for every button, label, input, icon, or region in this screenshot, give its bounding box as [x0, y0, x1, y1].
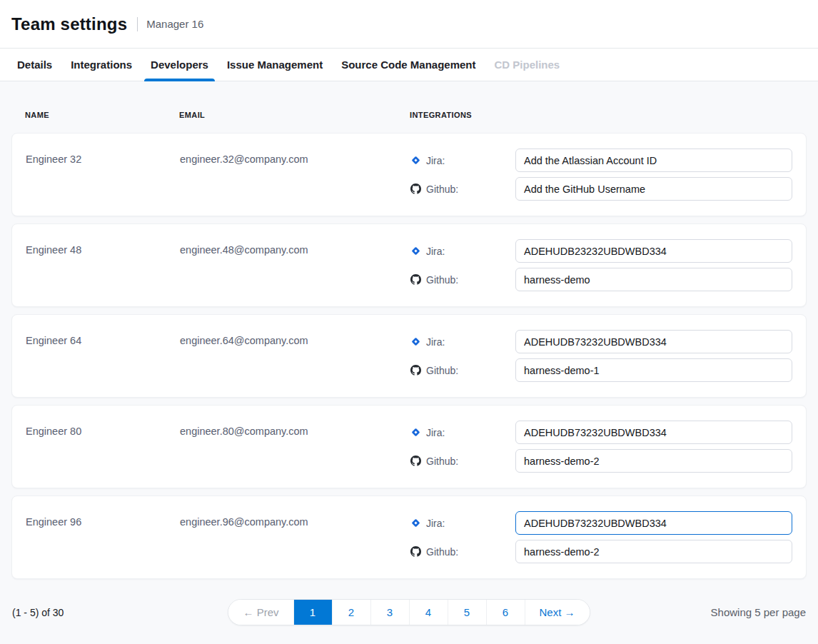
jira-icon	[410, 336, 421, 347]
jira-line: Jira:	[410, 149, 792, 172]
jira-input[interactable]	[515, 330, 792, 353]
github-input[interactable]	[515, 358, 792, 382]
integrations-cell: Jira: Github:	[410, 511, 792, 563]
github-label: Github:	[426, 546, 458, 558]
developer-name: Engineer 48	[26, 239, 180, 291]
column-header-name: NAME	[25, 111, 179, 119]
developer-email: engineer.80@company.com	[180, 421, 410, 473]
table-row: Engineer 32 engineer.32@company.com Jira…	[11, 133, 807, 216]
page-button-5[interactable]: 5	[448, 600, 486, 625]
integrations-cell: Jira: Github:	[410, 239, 792, 291]
page-button-4[interactable]: 4	[409, 600, 448, 625]
github-label: Github:	[426, 274, 458, 286]
next-page-button[interactable]: Next →	[525, 600, 590, 625]
title-divider	[137, 17, 138, 31]
prev-page-button[interactable]: ← Prev	[228, 600, 293, 625]
github-icon	[410, 183, 421, 194]
jira-icon	[410, 427, 421, 438]
tab-bar: Details Integrations Developers Issue Ma…	[0, 48, 818, 81]
page-button-6[interactable]: 6	[486, 600, 525, 625]
jira-line: Jira:	[410, 421, 792, 444]
jira-line: Jira:	[410, 330, 792, 353]
page-title: Team settings	[11, 14, 127, 34]
page-button-1[interactable]: 1	[293, 600, 332, 625]
page-subtitle: Manager 16	[146, 18, 203, 30]
github-line: Github:	[410, 268, 792, 291]
github-line: Github:	[410, 449, 792, 473]
jira-line: Jira:	[410, 239, 792, 263]
developer-email: engineer.48@company.com	[180, 239, 410, 291]
jira-label-wrap: Jira:	[410, 427, 515, 438]
github-label-wrap: Github:	[410, 183, 515, 195]
github-icon	[410, 365, 421, 376]
table-row: Engineer 96 engineer.96@company.com Jira…	[11, 495, 807, 579]
table-row: Engineer 80 engineer.80@company.com Jira…	[11, 405, 807, 488]
jira-icon	[410, 246, 421, 256]
table-header-row: NAME EMAIL INTEGRATIONS	[11, 81, 807, 133]
jira-input-focused[interactable]	[515, 511, 792, 535]
jira-line: Jira:	[410, 511, 792, 535]
github-label: Github:	[426, 183, 458, 195]
page-button-3[interactable]: 3	[370, 600, 409, 625]
tab-cd-pipelines: CD Pipelines	[495, 49, 560, 81]
tab-issue-management[interactable]: Issue Management	[227, 49, 323, 81]
github-label-wrap: Github:	[410, 456, 515, 467]
github-label-wrap: Github:	[410, 546, 515, 558]
github-label: Github:	[426, 456, 458, 467]
github-icon	[410, 456, 421, 466]
developers-table: NAME EMAIL INTEGRATIONS Engineer 32 engi…	[0, 81, 818, 644]
jira-icon	[410, 518, 421, 528]
jira-icon	[410, 155, 421, 166]
github-input[interactable]	[515, 449, 792, 473]
jira-input[interactable]	[515, 149, 792, 172]
integrations-cell: Jira: Github:	[410, 149, 792, 201]
github-line: Github:	[410, 177, 792, 201]
jira-input[interactable]	[515, 239, 792, 263]
jira-label-wrap: Jira:	[410, 518, 515, 529]
pagination-bar: (1 - 5) of 30 ← Prev 1 2 3 4 5 6 Next → …	[11, 599, 807, 625]
github-label-wrap: Github:	[410, 274, 515, 286]
pagination-range: (1 - 5) of 30	[12, 607, 228, 618]
developer-name: Engineer 80	[26, 421, 180, 473]
tab-source-code-management[interactable]: Source Code Management	[341, 49, 475, 81]
integrations-cell: Jira: Github:	[410, 330, 792, 382]
jira-label-wrap: Jira:	[410, 155, 515, 166]
tab-integrations[interactable]: Integrations	[71, 49, 132, 81]
developer-email: engineer.32@company.com	[180, 149, 410, 201]
tab-details[interactable]: Details	[17, 49, 52, 81]
github-label-wrap: Github:	[410, 365, 515, 376]
tab-developers[interactable]: Developers	[151, 49, 208, 81]
github-line: Github:	[410, 358, 792, 382]
jira-label-wrap: Jira:	[410, 336, 515, 348]
developer-name: Engineer 96	[26, 511, 180, 563]
jira-label: Jira:	[426, 427, 445, 438]
developer-name: Engineer 32	[26, 149, 180, 201]
jira-input[interactable]	[515, 421, 792, 444]
column-header-integrations: INTEGRATIONS	[410, 111, 793, 119]
jira-label-wrap: Jira:	[410, 246, 515, 257]
page-button-2[interactable]: 2	[332, 600, 370, 625]
developer-email: engineer.96@company.com	[180, 511, 410, 563]
github-input[interactable]	[515, 540, 792, 563]
jira-label: Jira:	[426, 518, 445, 529]
github-icon	[410, 546, 421, 557]
table-row: Engineer 48 engineer.48@company.com Jira…	[11, 223, 807, 307]
github-label: Github:	[426, 365, 458, 376]
developer-name: Engineer 64	[26, 330, 180, 382]
jira-label: Jira:	[426, 155, 445, 166]
integrations-cell: Jira: Github:	[410, 421, 792, 473]
jira-label: Jira:	[426, 336, 445, 348]
table-row: Engineer 64 engineer.64@company.com Jira…	[11, 314, 807, 398]
column-header-email: EMAIL	[179, 111, 410, 119]
pager: ← Prev 1 2 3 4 5 6 Next →	[228, 599, 590, 625]
github-input[interactable]	[515, 268, 792, 291]
github-icon	[410, 274, 421, 285]
page-header: Team settings Manager 16	[0, 0, 818, 48]
github-input[interactable]	[515, 177, 792, 201]
jira-label: Jira:	[426, 246, 445, 257]
per-page-label: Showing 5 per page	[590, 606, 806, 618]
github-line: Github:	[410, 540, 792, 563]
developer-email: engineer.64@company.com	[180, 330, 410, 382]
